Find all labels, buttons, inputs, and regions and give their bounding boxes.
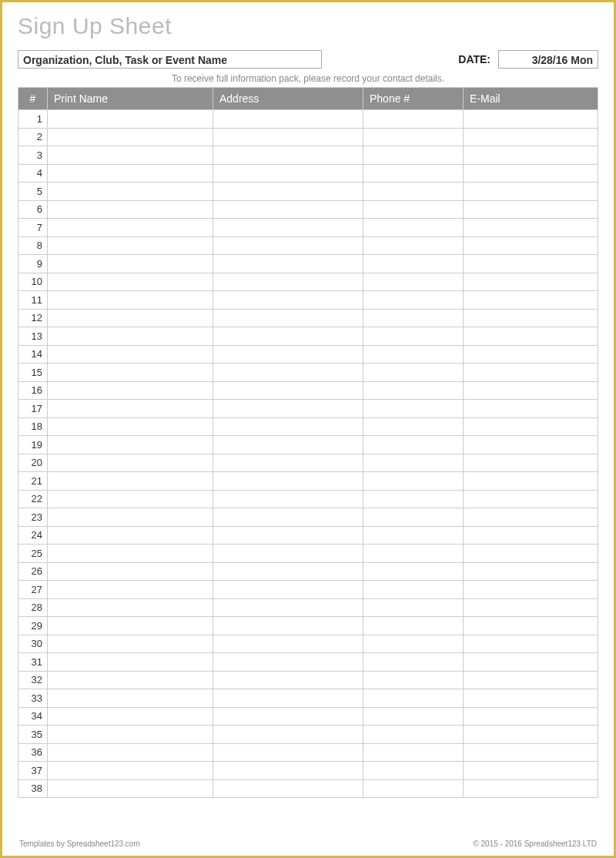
cell-email[interactable] [464,236,598,255]
cell-phone[interactable] [363,291,464,310]
cell-email[interactable] [464,726,598,744]
cell-email[interactable] [464,219,598,237]
cell-phone[interactable] [363,743,464,762]
cell-phone[interactable] [363,255,464,273]
cell-address[interactable] [213,146,363,165]
cell-num[interactable]: 4 [18,164,48,183]
cell-phone[interactable] [363,779,464,798]
cell-address[interactable] [213,490,363,508]
cell-address[interactable] [213,200,363,219]
cell-num[interactable]: 36 [18,743,48,762]
cell-address[interactable] [213,779,363,798]
cell-address[interactable] [213,526,363,545]
cell-address[interactable] [213,472,363,491]
cell-name[interactable] [48,454,213,472]
cell-address[interactable] [213,183,363,201]
cell-num[interactable]: 34 [18,707,48,726]
cell-num[interactable]: 27 [18,581,48,599]
cell-num[interactable]: 26 [18,562,48,581]
cell-name[interactable] [48,146,213,165]
cell-email[interactable] [464,581,598,599]
cell-email[interactable] [464,128,598,146]
cell-num[interactable]: 28 [18,598,48,617]
cell-name[interactable] [48,309,213,327]
cell-email[interactable] [464,381,598,400]
cell-address[interactable] [213,128,363,146]
cell-name[interactable] [48,364,213,382]
cell-phone[interactable] [363,653,464,672]
cell-email[interactable] [464,508,598,527]
cell-email[interactable] [464,417,598,436]
cell-phone[interactable] [363,508,464,527]
cell-phone[interactable] [363,671,464,689]
cell-email[interactable] [464,400,598,418]
cell-phone[interactable] [363,110,464,129]
cell-address[interactable] [213,635,363,653]
cell-num[interactable]: 22 [18,490,48,508]
cell-name[interactable] [48,345,213,364]
cell-email[interactable] [464,327,598,346]
cell-name[interactable] [48,707,213,726]
cell-name[interactable] [48,581,213,599]
cell-address[interactable] [213,707,363,726]
cell-email[interactable] [464,454,598,472]
cell-name[interactable] [48,490,213,508]
cell-phone[interactable] [363,762,464,780]
cell-phone[interactable] [363,689,464,708]
cell-name[interactable] [48,598,213,617]
cell-name[interactable] [48,236,213,255]
cell-name[interactable] [48,762,213,780]
cell-address[interactable] [213,562,363,581]
cell-name[interactable] [48,562,213,581]
cell-phone[interactable] [363,598,464,617]
cell-address[interactable] [213,762,363,780]
cell-address[interactable] [213,309,363,327]
cell-phone[interactable] [363,726,464,744]
cell-phone[interactable] [363,581,464,599]
cell-address[interactable] [213,653,363,672]
cell-address[interactable] [213,508,363,527]
cell-phone[interactable] [363,526,464,545]
cell-num[interactable]: 38 [18,779,48,798]
cell-phone[interactable] [363,200,464,219]
cell-num[interactable]: 31 [18,653,48,672]
cell-phone[interactable] [363,490,464,508]
cell-address[interactable] [213,219,363,237]
cell-num[interactable]: 30 [18,635,48,653]
cell-address[interactable] [213,273,363,291]
cell-address[interactable] [213,400,363,418]
cell-name[interactable] [48,164,213,183]
cell-email[interactable] [464,255,598,273]
organization-field[interactable]: Organization, Club, Task or Event Name [18,50,322,69]
cell-email[interactable] [464,779,598,798]
cell-address[interactable] [213,110,363,129]
cell-email[interactable] [464,635,598,653]
cell-name[interactable] [48,436,213,454]
cell-email[interactable] [464,472,598,491]
cell-name[interactable] [48,526,213,545]
cell-name[interactable] [48,400,213,418]
cell-num[interactable]: 8 [18,236,48,255]
cell-num[interactable]: 12 [18,309,48,327]
cell-name[interactable] [48,327,213,346]
cell-email[interactable] [464,526,598,545]
cell-phone[interactable] [363,327,464,346]
cell-email[interactable] [464,309,598,327]
cell-phone[interactable] [363,273,464,291]
cell-phone[interactable] [363,472,464,491]
cell-name[interactable] [48,200,213,219]
cell-email[interactable] [464,689,598,708]
cell-num[interactable]: 29 [18,617,48,635]
cell-num[interactable]: 13 [18,327,48,346]
cell-num[interactable]: 1 [18,110,48,129]
cell-email[interactable] [464,110,598,129]
cell-address[interactable] [213,164,363,183]
cell-email[interactable] [464,291,598,310]
cell-address[interactable] [213,364,363,382]
cell-email[interactable] [464,762,598,780]
cell-num[interactable]: 23 [18,508,48,527]
cell-phone[interactable] [363,164,464,183]
cell-address[interactable] [213,454,363,472]
cell-phone[interactable] [363,364,464,382]
cell-address[interactable] [213,236,363,255]
